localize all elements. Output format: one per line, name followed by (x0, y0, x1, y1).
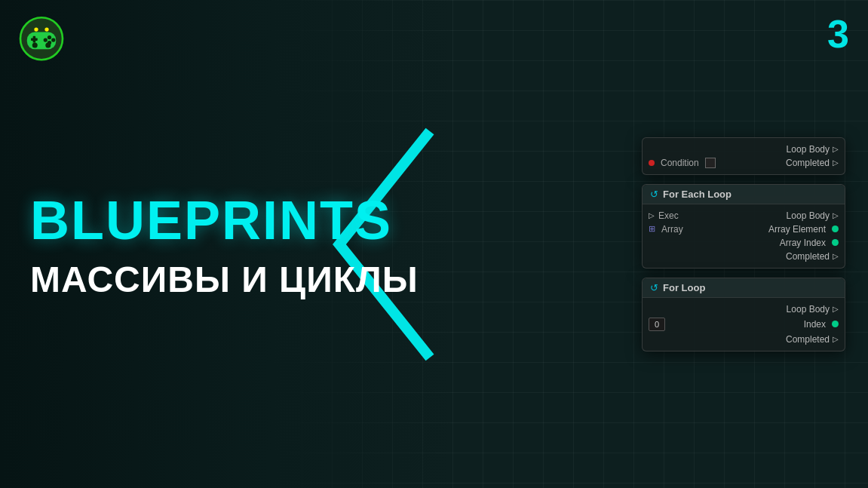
sub-title: МАССИВЫ И ЦИКЛЫ (30, 258, 419, 299)
array-index-row: Array Index (643, 236, 845, 250)
loop-body-label-2: Loop Body (787, 210, 830, 221)
for-loop-loopbody-row: Loop Body ▷ (643, 302, 845, 316)
svg-point-10 (32, 43, 38, 48)
logo (15, 14, 68, 66)
for-loop-loopbody-label: Loop Body (787, 304, 830, 315)
for-loop-header: ↺ For Loop (643, 278, 845, 298)
red-dot-icon (649, 160, 655, 166)
array-index-label: Array Index (780, 238, 826, 248)
bool-checkbox[interactable] (705, 158, 716, 168)
completed-row-2: Completed ▷ (643, 250, 845, 263)
for-loop-completed-row: Completed ▷ (643, 333, 845, 346)
condition-row: Condition Completed ▷ (643, 156, 845, 170)
for-loop-completed-right: Completed ▷ (786, 334, 839, 345)
loop-body-exec-arrow: ▷ (833, 145, 839, 153)
for-loop-index-right: Index (804, 319, 839, 330)
array-label: Array (661, 224, 683, 235)
svg-point-4 (48, 35, 51, 39)
loop-body-right: Loop Body ▷ (787, 144, 839, 155)
array-element-dot (832, 226, 839, 232)
for-loop-index-row: 0 Index (643, 316, 845, 333)
completed-exec-arrow-3: ▷ (833, 335, 839, 343)
array-left: ⊞ Array (649, 224, 683, 235)
loop-body-right-2: Loop Body ▷ (787, 210, 839, 221)
for-loop-node: ↺ For Loop Loop Body ▷ 0 Index (642, 278, 845, 351)
array-element-row: ⊞ Array Array Element (643, 223, 845, 236)
grid-icon: ⊞ (649, 224, 655, 234)
array-element-right: Array Element (768, 224, 839, 235)
array-index-dot (832, 239, 839, 246)
completed-exec-arrow-1: ▷ (833, 158, 839, 167)
for-loop-icon: ↺ (650, 282, 658, 293)
episode-number: 3 (827, 11, 849, 57)
index-label: Index (804, 319, 826, 330)
left-text-area: BLUEPRINTS МАССИВЫ И ЦИКЛЫ (30, 189, 419, 299)
completed-exec-arrow-2: ▷ (833, 252, 839, 260)
loop-body-label: Loop Body (787, 144, 830, 155)
for-each-loop-title: For Each Loop (663, 189, 732, 200)
exec-loopbody-row: ▷ Exec Loop Body ▷ (643, 209, 845, 223)
index-dot (832, 321, 839, 327)
condition-left: Condition (649, 158, 718, 168)
exec-arrow-left: ▷ (649, 211, 655, 219)
for-loop-title: For Loop (663, 282, 705, 293)
for-loop-body: Loop Body ▷ 0 Index Completed ▷ (643, 298, 845, 351)
svg-point-5 (51, 38, 55, 41)
svg-rect-3 (33, 36, 36, 43)
for-each-loop-header: ↺ For Each Loop (643, 185, 845, 204)
completed-right-2: Completed ▷ (786, 251, 839, 262)
loop-body-row: Loop Body ▷ (643, 143, 845, 156)
svg-point-9 (44, 27, 48, 31)
main-title: BLUEPRINTS (30, 189, 419, 250)
completed-label-3: Completed (786, 334, 830, 345)
for-each-loop-body: ▷ Exec Loop Body ▷ ⊞ Array Array Element (643, 204, 845, 268)
for-loop-loopbody-right: Loop Body ▷ (787, 304, 839, 315)
loop-body-arrow-2: ▷ (833, 211, 839, 219)
completed-label-2: Completed (786, 251, 830, 262)
array-element-label: Array Element (768, 224, 826, 235)
for-loop-loopbody-arrow: ▷ (833, 305, 839, 313)
for-each-loop-icon: ↺ (650, 189, 658, 200)
completed-label-1: Completed (786, 158, 830, 168)
svg-point-7 (44, 38, 48, 41)
svg-point-8 (34, 27, 38, 31)
exec-label: Exec (658, 210, 679, 221)
svg-point-11 (45, 43, 51, 48)
exec-left: ▷ Exec (649, 210, 679, 221)
int-zero-widget[interactable]: 0 (649, 318, 665, 331)
condition-node: Loop Body ▷ Condition Completed ▷ (642, 137, 845, 175)
condition-label: Condition (661, 158, 699, 168)
completed-right: Completed ▷ (786, 158, 839, 168)
array-index-right: Array Index (780, 238, 839, 248)
nodes-area: Loop Body ▷ Condition Completed ▷ ↺ For … (642, 137, 845, 351)
for-each-loop-node: ↺ For Each Loop ▷ Exec Loop Body ▷ ⊞ Arr… (642, 184, 845, 269)
for-loop-int-left: 0 (649, 318, 665, 331)
